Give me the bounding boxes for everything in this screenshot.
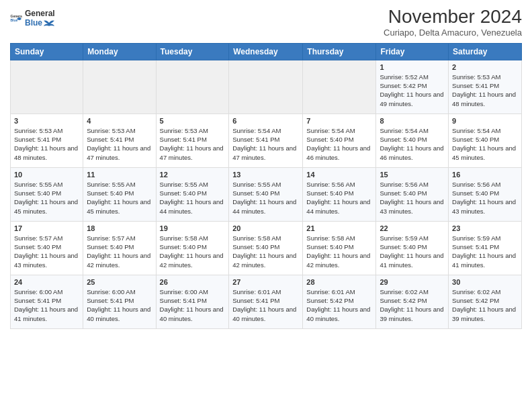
logo-blue: Blue bbox=[25, 19, 42, 28]
day-info: Sunrise: 5:53 AMSunset: 5:41 PMDaylight:… bbox=[160, 127, 224, 161]
calendar-day-cell bbox=[156, 60, 229, 113]
day-number: 29 bbox=[380, 278, 445, 286]
day-number: 2 bbox=[452, 63, 518, 71]
day-info: Sunrise: 5:54 AMSunset: 5:40 PMDaylight:… bbox=[452, 127, 516, 161]
day-info: Sunrise: 5:53 AMSunset: 5:41 PMDaylight:… bbox=[452, 73, 516, 107]
svg-text:Blue: Blue bbox=[11, 18, 18, 22]
day-info: Sunrise: 5:52 AMSunset: 5:42 PMDaylight:… bbox=[380, 73, 443, 107]
calendar-day-cell: 25 Sunrise: 6:00 AMSunset: 5:41 PMDaylig… bbox=[83, 275, 156, 328]
day-info: Sunrise: 5:56 AMSunset: 5:40 PMDaylight:… bbox=[306, 181, 370, 215]
weekday-header: Friday bbox=[376, 43, 449, 60]
day-info: Sunrise: 5:57 AMSunset: 5:40 PMDaylight:… bbox=[87, 234, 150, 269]
day-number: 12 bbox=[160, 171, 226, 179]
day-number: 30 bbox=[452, 278, 518, 286]
calendar-week-row: 1 Sunrise: 5:52 AMSunset: 5:42 PMDayligh… bbox=[11, 60, 522, 113]
calendar-day-cell: 29 Sunrise: 6:02 AMSunset: 5:42 PMDaylig… bbox=[376, 275, 449, 328]
day-number: 16 bbox=[452, 171, 518, 179]
day-number: 27 bbox=[232, 278, 299, 286]
day-info: Sunrise: 5:58 AMSunset: 5:40 PMDaylight:… bbox=[160, 234, 224, 269]
day-number: 8 bbox=[380, 117, 445, 125]
day-info: Sunrise: 5:56 AMSunset: 5:40 PMDaylight:… bbox=[452, 181, 516, 215]
calendar-day-cell: 4 Sunrise: 5:53 AMSunset: 5:41 PMDayligh… bbox=[83, 113, 156, 167]
day-number: 4 bbox=[87, 117, 152, 125]
weekday-header: Sunday bbox=[11, 43, 83, 60]
title-area: November 2024 Curiapo, Delta Amacuro, Ve… bbox=[384, 7, 522, 38]
calendar-day-cell: 3 Sunrise: 5:53 AMSunset: 5:41 PMDayligh… bbox=[11, 113, 83, 167]
day-info: Sunrise: 5:54 AMSunset: 5:40 PMDaylight:… bbox=[306, 127, 370, 161]
calendar-day-cell: 10 Sunrise: 5:55 AMSunset: 5:40 PMDaylig… bbox=[11, 167, 83, 221]
day-info: Sunrise: 5:55 AMSunset: 5:40 PMDaylight:… bbox=[87, 181, 150, 215]
day-info: Sunrise: 6:00 AMSunset: 5:41 PMDaylight:… bbox=[160, 288, 224, 322]
calendar-day-cell: 13 Sunrise: 5:55 AMSunset: 5:40 PMDaylig… bbox=[229, 167, 303, 221]
calendar-day-cell: 11 Sunrise: 5:55 AMSunset: 5:40 PMDaylig… bbox=[83, 167, 156, 221]
day-number: 13 bbox=[232, 171, 299, 179]
calendar-day-cell: 5 Sunrise: 5:53 AMSunset: 5:41 PMDayligh… bbox=[156, 113, 229, 167]
logo-bird-icon bbox=[44, 18, 54, 28]
day-number: 1 bbox=[380, 63, 445, 71]
calendar-day-cell: 18 Sunrise: 5:57 AMSunset: 5:40 PMDaylig… bbox=[83, 221, 156, 275]
day-number: 21 bbox=[306, 224, 372, 232]
calendar-week-row: 3 Sunrise: 5:53 AMSunset: 5:41 PMDayligh… bbox=[11, 113, 522, 167]
weekday-header: Tuesday bbox=[156, 43, 229, 60]
page-header: General Blue General Blue November 2024 … bbox=[10, 7, 522, 38]
day-number: 9 bbox=[452, 117, 518, 125]
day-info: Sunrise: 6:00 AMSunset: 5:41 PMDaylight:… bbox=[14, 288, 78, 322]
day-info: Sunrise: 5:55 AMSunset: 5:40 PMDaylight:… bbox=[14, 181, 78, 215]
calendar-day-cell: 22 Sunrise: 5:59 AMSunset: 5:40 PMDaylig… bbox=[376, 221, 449, 275]
day-number: 18 bbox=[87, 224, 152, 232]
calendar-day-cell: 14 Sunrise: 5:56 AMSunset: 5:40 PMDaylig… bbox=[303, 167, 376, 221]
day-number: 25 bbox=[87, 278, 152, 286]
logo-general: General bbox=[25, 9, 55, 18]
calendar-day-cell: 24 Sunrise: 6:00 AMSunset: 5:41 PMDaylig… bbox=[11, 275, 83, 328]
day-number: 11 bbox=[87, 171, 152, 179]
day-info: Sunrise: 5:59 AMSunset: 5:41 PMDaylight:… bbox=[452, 234, 516, 269]
calendar-day-cell: 8 Sunrise: 5:54 AMSunset: 5:40 PMDayligh… bbox=[376, 113, 449, 167]
month-title: November 2024 bbox=[384, 7, 522, 28]
day-number: 23 bbox=[452, 224, 518, 232]
day-number: 6 bbox=[232, 117, 299, 125]
day-info: Sunrise: 5:53 AMSunset: 5:41 PMDaylight:… bbox=[87, 127, 150, 161]
calendar-week-row: 17 Sunrise: 5:57 AMSunset: 5:40 PMDaylig… bbox=[11, 221, 522, 275]
calendar-page: General Blue General Blue November 2024 … bbox=[0, 0, 532, 411]
day-info: Sunrise: 5:59 AMSunset: 5:40 PMDaylight:… bbox=[380, 234, 443, 269]
day-number: 22 bbox=[380, 224, 445, 232]
day-info: Sunrise: 6:01 AMSunset: 5:42 PMDaylight:… bbox=[306, 288, 370, 322]
calendar-day-cell: 23 Sunrise: 5:59 AMSunset: 5:41 PMDaylig… bbox=[449, 221, 522, 275]
calendar-table: SundayMondayTuesdayWednesdayThursdayFrid… bbox=[10, 43, 522, 329]
calendar-day-cell: 7 Sunrise: 5:54 AMSunset: 5:40 PMDayligh… bbox=[303, 113, 376, 167]
calendar-day-cell: 26 Sunrise: 6:00 AMSunset: 5:41 PMDaylig… bbox=[156, 275, 229, 328]
day-info: Sunrise: 5:55 AMSunset: 5:40 PMDaylight:… bbox=[160, 181, 224, 215]
day-info: Sunrise: 6:00 AMSunset: 5:41 PMDaylight:… bbox=[87, 288, 150, 322]
day-info: Sunrise: 6:02 AMSunset: 5:42 PMDaylight:… bbox=[452, 288, 516, 322]
calendar-day-cell: 27 Sunrise: 6:01 AMSunset: 5:41 PMDaylig… bbox=[229, 275, 303, 328]
calendar-day-cell bbox=[83, 60, 156, 113]
day-info: Sunrise: 5:54 AMSunset: 5:40 PMDaylight:… bbox=[380, 127, 443, 161]
day-number: 14 bbox=[306, 171, 372, 179]
calendar-day-cell bbox=[303, 60, 376, 113]
day-number: 17 bbox=[14, 224, 79, 232]
calendar-day-cell: 30 Sunrise: 6:02 AMSunset: 5:42 PMDaylig… bbox=[449, 275, 522, 328]
day-number: 3 bbox=[14, 117, 79, 125]
calendar-day-cell bbox=[229, 60, 303, 113]
calendar-day-cell: 28 Sunrise: 6:01 AMSunset: 5:42 PMDaylig… bbox=[303, 275, 376, 328]
calendar-day-cell: 15 Sunrise: 5:56 AMSunset: 5:40 PMDaylig… bbox=[376, 167, 449, 221]
day-info: Sunrise: 5:58 AMSunset: 5:40 PMDaylight:… bbox=[232, 234, 296, 269]
calendar-day-cell: 16 Sunrise: 5:56 AMSunset: 5:40 PMDaylig… bbox=[449, 167, 522, 221]
day-number: 28 bbox=[306, 278, 372, 286]
location-subtitle: Curiapo, Delta Amacuro, Venezuela bbox=[384, 28, 522, 38]
day-info: Sunrise: 5:57 AMSunset: 5:40 PMDaylight:… bbox=[14, 234, 78, 269]
calendar-day-cell: 17 Sunrise: 5:57 AMSunset: 5:40 PMDaylig… bbox=[11, 221, 83, 275]
day-info: Sunrise: 5:53 AMSunset: 5:41 PMDaylight:… bbox=[14, 127, 78, 161]
calendar-day-cell: 2 Sunrise: 5:53 AMSunset: 5:41 PMDayligh… bbox=[449, 60, 522, 113]
day-info: Sunrise: 5:58 AMSunset: 5:40 PMDaylight:… bbox=[306, 234, 370, 269]
day-number: 5 bbox=[160, 117, 226, 125]
day-info: Sunrise: 5:56 AMSunset: 5:40 PMDaylight:… bbox=[380, 181, 443, 215]
day-info: Sunrise: 6:02 AMSunset: 5:42 PMDaylight:… bbox=[380, 288, 443, 322]
day-number: 19 bbox=[160, 224, 226, 232]
calendar-day-cell: 6 Sunrise: 5:54 AMSunset: 5:41 PMDayligh… bbox=[229, 113, 303, 167]
svg-text:General: General bbox=[11, 14, 23, 18]
day-info: Sunrise: 6:01 AMSunset: 5:41 PMDaylight:… bbox=[232, 288, 296, 322]
calendar-day-cell: 21 Sunrise: 5:58 AMSunset: 5:40 PMDaylig… bbox=[303, 221, 376, 275]
day-number: 20 bbox=[232, 224, 299, 232]
calendar-day-cell: 1 Sunrise: 5:52 AMSunset: 5:42 PMDayligh… bbox=[376, 60, 449, 113]
